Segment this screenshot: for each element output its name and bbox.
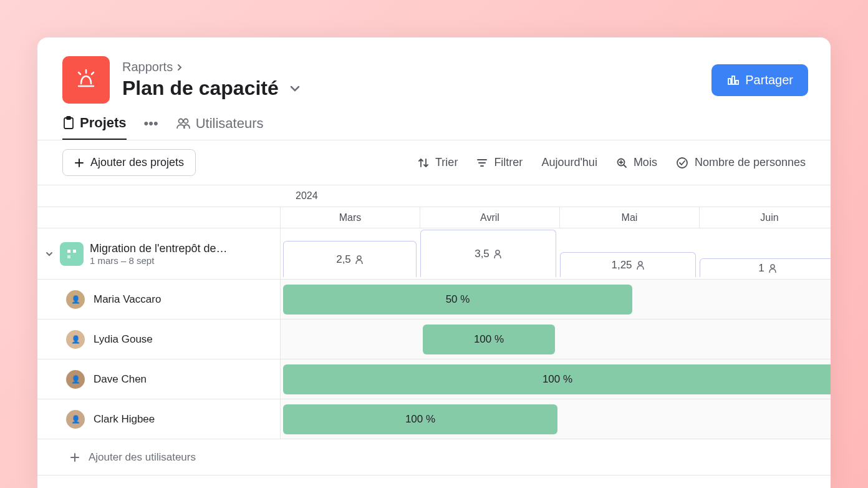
year-label: 2024 — [37, 185, 831, 207]
allocation-bar-2[interactable]: 100 % — [283, 364, 831, 394]
plus-icon — [70, 452, 80, 462]
zoom-label: Mois — [634, 156, 657, 169]
capacity-value-2: 1,25 — [611, 259, 632, 271]
person-icon — [768, 263, 777, 273]
user-row-3: 👤 Clark Higbee 100 % — [37, 399, 831, 439]
capacity-box-1[interactable]: 3,5 — [420, 230, 556, 277]
tab-users-label: Utilisateurs — [196, 115, 264, 132]
user-name-2: Dave Chen — [94, 373, 147, 386]
project-capacity-row: 2,5 3,5 1,25 1 — [281, 228, 831, 279]
allocation-bar-1[interactable]: 100 % — [423, 325, 555, 354]
month-col-3: Juin — [700, 207, 831, 228]
avatar: 👤 — [66, 410, 85, 429]
user-left-1[interactable]: 👤 Lydia Gouse — [37, 320, 281, 359]
svg-line-1 — [79, 72, 80, 74]
user-name-1: Lydia Gouse — [94, 333, 153, 346]
svg-point-8 — [178, 119, 183, 124]
project-row: Migration de l'entrepôt de… 1 mars – 8 s… — [37, 228, 831, 280]
month-col-2: Mai — [560, 207, 700, 228]
filter-icon — [476, 158, 488, 168]
user-name-3: Clark Higbee — [94, 413, 155, 426]
app-window: Rapports Plan de capacité Partager Proje… — [37, 37, 831, 488]
project-name: Migration de l'entrepôt de… — [90, 242, 228, 255]
allocation-label-1: 100 % — [474, 333, 504, 346]
breadcrumb[interactable]: Rapports — [122, 60, 699, 74]
month-col-0: Mars — [281, 207, 420, 228]
share-icon — [726, 74, 739, 86]
svg-point-9 — [183, 119, 188, 124]
allocation-bar-0[interactable]: 50 % — [283, 285, 632, 315]
project-badge-icon — [60, 242, 84, 266]
capacity-box-3[interactable]: 1 — [700, 258, 831, 277]
filter-label: Filtrer — [494, 156, 523, 169]
metric-button[interactable]: Nombre de personnes — [676, 156, 806, 169]
allocation-bar-3[interactable]: 100 % — [283, 404, 557, 434]
today-button[interactable]: Aujourd'hui — [541, 156, 597, 169]
tab-users[interactable]: Utilisateurs — [176, 115, 264, 139]
user-name-0: Maria Vaccaro — [94, 293, 161, 306]
months-row: Mars Avril Mai Juin — [37, 207, 831, 228]
svg-rect-5 — [736, 81, 738, 84]
capacity-value-1: 3,5 — [475, 248, 489, 260]
zoom-button[interactable]: Mois — [616, 156, 657, 169]
add-projects-button[interactable]: Ajouter des projets — [62, 149, 196, 176]
toolbar: Ajouter des projets Trier Filtrer Aujour… — [37, 140, 831, 185]
user-left-2[interactable]: 👤 Dave Chen — [37, 359, 281, 399]
sort-label: Trier — [435, 156, 458, 169]
user-left-3[interactable]: 👤 Clark Higbee — [37, 399, 281, 439]
svg-rect-13 — [73, 250, 76, 253]
person-icon — [636, 260, 645, 270]
add-projects-label: Ajouter des projets — [90, 156, 184, 169]
avatar: 👤 — [66, 370, 85, 389]
svg-rect-3 — [728, 79, 731, 84]
allocation-label-2: 100 % — [542, 373, 572, 386]
plus-icon — [74, 158, 84, 168]
allocation-label-3: 100 % — [405, 413, 435, 426]
project-row-left[interactable]: Migration de l'entrepôt de… 1 mars – 8 s… — [37, 228, 281, 279]
report-icon — [62, 56, 110, 104]
tab-more[interactable]: ••• — [144, 115, 158, 139]
person-icon — [355, 255, 364, 265]
user-row-1: 👤 Lydia Gouse 100 % — [37, 320, 831, 359]
person-icon — [493, 249, 502, 259]
user-row-2: 👤 Dave Chen 100 % — [37, 359, 831, 399]
add-users-button[interactable]: Ajouter des utilisateurs — [37, 439, 831, 476]
capacity-box-2[interactable]: 1,25 — [560, 252, 696, 277]
capacity-value-0: 2,5 — [336, 253, 351, 266]
add-users-label: Ajouter des utilisateurs — [89, 451, 196, 464]
title-row: Plan de capacité — [122, 77, 699, 100]
avatar: 👤 — [66, 290, 85, 309]
share-label: Partager — [745, 73, 793, 87]
check-circle-icon — [676, 157, 688, 169]
share-button[interactable]: Partager — [711, 64, 808, 96]
svg-point-16 — [496, 250, 499, 254]
svg-rect-12 — [67, 250, 70, 253]
svg-point-17 — [639, 261, 642, 265]
timeline: 2024 Mars Avril Mai Juin Migration de l'… — [37, 185, 831, 488]
expand-icon[interactable] — [45, 251, 54, 257]
zoom-icon — [616, 157, 627, 168]
allocation-label-0: 50 % — [446, 293, 470, 306]
svg-rect-4 — [732, 76, 735, 84]
sort-button[interactable]: Trier — [418, 156, 458, 169]
capacity-box-0[interactable]: 2,5 — [283, 241, 417, 277]
project-dates: 1 mars – 8 sept — [90, 255, 228, 266]
user-left-0[interactable]: 👤 Maria Vaccaro — [37, 280, 281, 319]
clipboard-icon — [62, 116, 75, 130]
month-col-1: Avril — [420, 207, 560, 228]
svg-rect-14 — [67, 255, 70, 258]
avatar: 👤 — [66, 330, 85, 349]
svg-point-18 — [771, 265, 774, 268]
tab-projects-label: Projets — [80, 115, 127, 131]
user-row-0: 👤 Maria Vaccaro 50 % — [37, 280, 831, 320]
svg-point-11 — [677, 158, 687, 168]
chevron-right-icon — [176, 63, 183, 72]
capacity-value-3: 1 — [758, 262, 764, 275]
filter-button[interactable]: Filtrer — [476, 156, 523, 169]
svg-point-15 — [357, 256, 361, 260]
chevron-down-icon[interactable] — [289, 84, 301, 93]
page-title: Plan de capacité — [122, 77, 279, 100]
tabs: Projets ••• Utilisateurs — [37, 104, 831, 140]
tab-projects[interactable]: Projets — [62, 115, 127, 140]
breadcrumb-parent[interactable]: Rapports — [122, 60, 173, 74]
